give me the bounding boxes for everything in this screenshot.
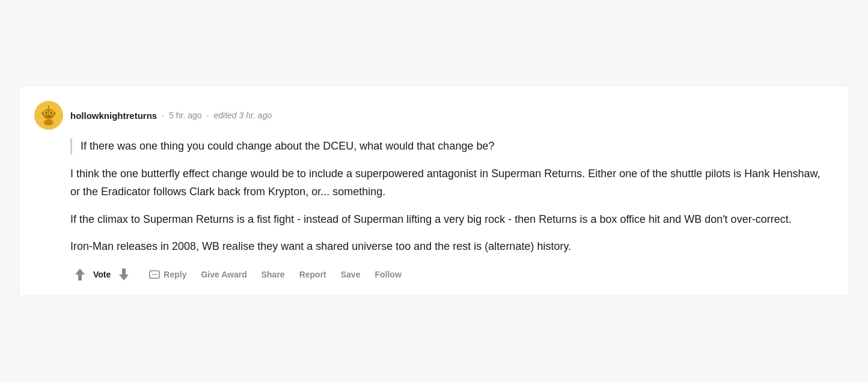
vote-down-icon[interactable] (114, 266, 133, 283)
svg-rect-10 (54, 112, 56, 115)
report-label: Report (299, 270, 326, 279)
reply-button[interactable]: Reply (143, 265, 192, 283)
svg-point-8 (44, 120, 53, 126)
comment-card: hollowknightreturns · 5 hr. ago · edited… (19, 86, 849, 296)
svg-rect-7 (46, 116, 51, 117)
follow-button[interactable]: Follow (368, 266, 407, 283)
downvote-arrow-icon (115, 266, 132, 283)
vote-up-icon[interactable] (70, 266, 90, 283)
comment-paragraph-3: Iron-Man releases in 2008, WB realise th… (70, 238, 831, 256)
comment-paragraph-2: If the climax to Superman Returns is a f… (70, 211, 831, 229)
avatar[interactable] (34, 101, 63, 130)
svg-point-14 (156, 274, 157, 275)
vote-label: Vote (93, 270, 111, 279)
share-label: Share (261, 270, 285, 279)
comment-actions: Vote Reply Give Award (70, 265, 831, 283)
svg-point-13 (154, 274, 155, 275)
comment-paragraph-1: I think the one butterfly effect change … (70, 165, 831, 201)
comment-meta: hollowknightreturns · 5 hr. ago · edited… (70, 111, 272, 121)
svg-rect-9 (41, 112, 43, 115)
svg-point-3 (46, 112, 47, 114)
reply-icon (149, 269, 160, 280)
quoted-block: If there was one thing you could change … (70, 138, 831, 154)
edited-label: edited 3 hr. ago (213, 111, 272, 120)
dot-separator-1: · (162, 111, 164, 120)
share-button[interactable]: Share (255, 266, 291, 283)
username[interactable]: hollowknightreturns (70, 111, 157, 121)
save-label: Save (341, 270, 361, 279)
comment-header: hollowknightreturns · 5 hr. ago · edited… (34, 101, 831, 130)
timestamp: 5 hr. ago (169, 111, 202, 120)
report-button[interactable]: Report (293, 266, 332, 283)
dot-separator-2: · (207, 111, 209, 120)
follow-label: Follow (374, 270, 401, 279)
save-button[interactable]: Save (335, 266, 367, 283)
give-award-label: Give Award (201, 270, 246, 279)
upvote-arrow-icon (72, 266, 88, 283)
quoted-text: If there was one thing you could change … (81, 138, 831, 154)
svg-point-12 (152, 274, 153, 275)
vote-section: Vote (70, 266, 133, 283)
avatar-icon (38, 105, 60, 126)
reply-label: Reply (164, 270, 186, 279)
svg-point-6 (48, 105, 50, 107)
svg-point-0 (43, 109, 55, 120)
give-award-button[interactable]: Give Award (195, 266, 252, 283)
svg-point-4 (50, 112, 52, 114)
comment-body: If there was one thing you could change … (70, 138, 831, 283)
